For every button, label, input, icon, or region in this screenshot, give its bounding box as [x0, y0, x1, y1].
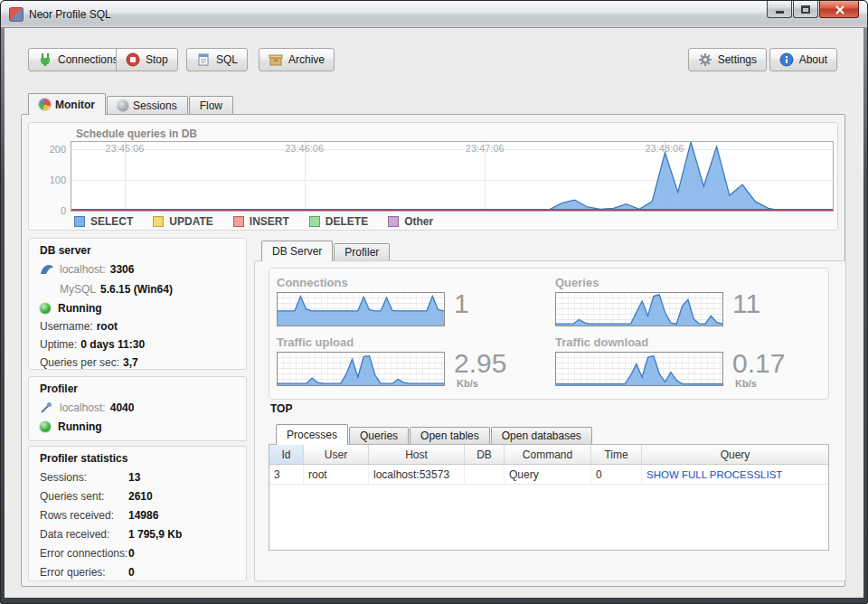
col-header-host[interactable]: Host	[369, 445, 465, 464]
cell-command: Query	[505, 465, 591, 484]
traffic-upload-unit: Kb/s	[457, 378, 478, 389]
profiler-tool-icon	[40, 401, 56, 414]
db-username-label: Username:	[40, 320, 93, 333]
queries-gauge: Queries 11	[555, 276, 826, 334]
stat-value: 2610	[128, 490, 153, 503]
col-header-db[interactable]: DB	[465, 445, 505, 464]
stat-label: Error queries:	[40, 566, 128, 579]
processes-table: Id User Host DB Command Time Query 3 roo…	[269, 444, 829, 551]
traffic-upload-value: 2.95	[454, 348, 506, 379]
tab-sessions[interactable]: Sessions	[107, 96, 188, 114]
archive-button-label: Archive	[288, 53, 325, 66]
stop-button-label: Stop	[146, 53, 168, 66]
tab-db-server[interactable]: DB Server	[261, 241, 333, 261]
col-header-user[interactable]: User	[304, 445, 369, 464]
gauges-panel: Connections 1 Queries 11 Traffic upload …	[269, 268, 829, 400]
db-host-label: localhost:	[60, 263, 106, 276]
legend-label: SELECT	[90, 215, 133, 228]
legend-item-update: UPDATE	[153, 215, 212, 228]
minimize-button[interactable]	[767, 1, 792, 18]
tab-db-server-label: DB Server	[272, 245, 322, 258]
stat-value: 0	[128, 547, 135, 560]
stop-button[interactable]: Stop	[116, 48, 178, 71]
info-icon	[779, 52, 794, 67]
y-axis-label: 200	[37, 144, 66, 155]
col-header-id[interactable]: Id	[269, 445, 304, 464]
col-header-query[interactable]: Query	[642, 445, 828, 464]
legend-item-select: SELECT	[74, 215, 133, 228]
table-row[interactable]: 3 root localhost:53573 Query 0 SHOW FULL…	[269, 465, 828, 485]
connections-button[interactable]: Connections	[28, 48, 128, 71]
tab-monitor[interactable]: Monitor	[28, 93, 106, 115]
profiler-statistics-title: Profiler statistics	[40, 452, 235, 465]
app-icon	[9, 7, 24, 22]
about-button-label: About	[799, 53, 827, 66]
col-header-command[interactable]: Command	[505, 445, 591, 464]
query-link[interactable]: SHOW FULL PROCESSLIST	[642, 465, 828, 484]
sql-document-icon	[196, 52, 211, 67]
profiler-running-indicator	[40, 421, 51, 432]
db-qps-row: Queries per sec:3,7	[40, 356, 235, 369]
connections-sparkline	[277, 292, 445, 326]
title-bar[interactable]: Neor Profile SQL	[1, 1, 867, 28]
archive-button[interactable]: Archive	[259, 48, 335, 71]
stat-row-queries-sent: Queries sent:2610	[40, 490, 235, 503]
tab-open-databases[interactable]: Open databases	[491, 427, 592, 444]
col-header-time[interactable]: Time	[591, 445, 642, 464]
maximize-icon	[801, 5, 810, 14]
gear-icon	[698, 52, 712, 67]
table-header-row: Id User Host DB Command Time Query	[269, 445, 828, 465]
settings-button[interactable]: Settings	[688, 48, 767, 71]
tab-open-tables-label: Open tables	[420, 429, 479, 442]
legend-label: DELETE	[326, 215, 368, 228]
about-button[interactable]: About	[769, 48, 837, 71]
sql-button[interactable]: SQL	[186, 48, 248, 71]
top-tab-bar: Processes Queries Open tables Open datab…	[276, 424, 592, 445]
db-status-text: Running	[58, 302, 102, 315]
db-product-label: MySQL	[60, 283, 96, 296]
mysql-dolphin-icon	[40, 262, 56, 277]
traffic-upload-sparkline	[277, 352, 445, 386]
server-tab-bar: DB Server Profiler	[261, 241, 390, 261]
maximize-button[interactable]	[793, 1, 818, 18]
settings-button-label: Settings	[718, 53, 757, 66]
connections-value: 1	[454, 288, 469, 319]
delete-swatch	[309, 216, 320, 227]
update-swatch	[153, 216, 164, 227]
profiler-group: Profiler localhost: 4040 Running	[28, 376, 247, 441]
queries-value: 11	[732, 288, 760, 319]
connections-gauge: Connections 1	[277, 276, 548, 334]
cell-host: localhost:53573	[369, 465, 465, 484]
stat-value: 13	[128, 471, 140, 484]
tab-queries-label: Queries	[360, 429, 398, 442]
stat-value: 14986	[128, 509, 158, 522]
other-swatch	[388, 216, 399, 227]
tab-flow[interactable]: Flow	[189, 96, 233, 114]
db-username-row: Username:root	[40, 320, 235, 333]
tab-profiler[interactable]: Profiler	[334, 243, 390, 260]
stat-label: Sessions:	[40, 471, 128, 484]
close-button[interactable]	[819, 1, 859, 18]
sql-button-label: SQL	[216, 53, 238, 66]
db-username-value: root	[97, 320, 118, 333]
main-tab-bar: Monitor Sessions Flow	[28, 93, 233, 115]
tab-queries[interactable]: Queries	[349, 427, 409, 444]
stat-value: 0	[128, 566, 135, 579]
y-axis-label: 0	[37, 205, 66, 216]
queries-gauge-label: Queries	[555, 276, 599, 289]
connections-icon	[38, 52, 52, 67]
tab-open-tables[interactable]: Open tables	[410, 427, 490, 444]
stat-row-error-connections: Error connections:0	[40, 547, 235, 560]
stat-label: Queries sent:	[40, 490, 128, 503]
db-qps-label: Queries per sec:	[40, 356, 119, 369]
db-qps-value: 3,7	[123, 356, 138, 369]
tab-sessions-label: Sessions	[133, 99, 177, 112]
legend-label: UPDATE	[169, 215, 212, 228]
tab-processes[interactable]: Processes	[276, 424, 348, 445]
stop-icon	[126, 52, 140, 67]
traffic-download-unit: Kb/s	[735, 378, 757, 389]
profiler-statistics-group: Profiler statistics Sessions:13 Queries …	[28, 446, 247, 581]
insert-swatch	[233, 216, 244, 227]
sessions-icon	[118, 100, 128, 111]
stat-row-rows-received: Rows received:14986	[40, 509, 235, 522]
